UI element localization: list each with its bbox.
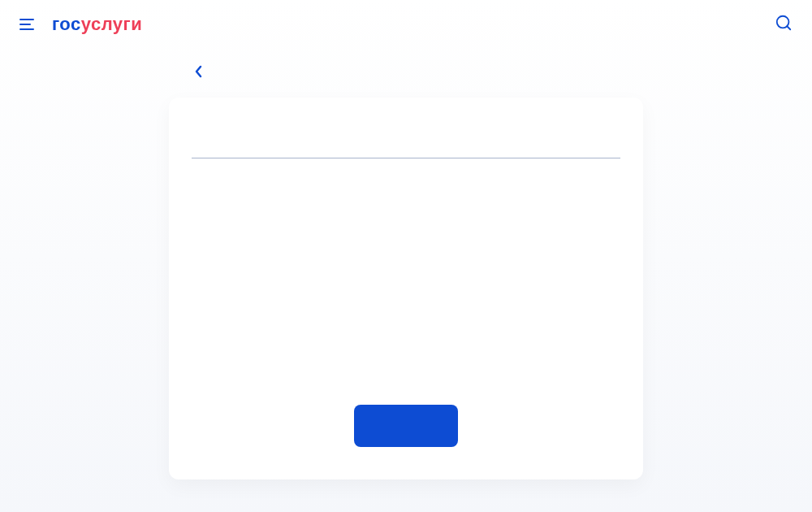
logo-part-2: услуги — [81, 14, 143, 34]
svg-line-1 — [787, 26, 790, 29]
back-button[interactable] — [195, 65, 203, 81]
card-spacer — [192, 175, 620, 405]
submit-button[interactable] — [354, 405, 458, 447]
menu-icon[interactable] — [19, 16, 36, 33]
input-underline[interactable] — [192, 158, 620, 158]
logo-part-1: гос — [52, 14, 81, 34]
search-icon[interactable] — [775, 14, 793, 35]
header-left: госуслуги — [19, 14, 142, 35]
header: госуслуги — [0, 0, 812, 49]
main-content — [0, 49, 812, 479]
form-card — [169, 98, 643, 479]
logo[interactable]: госуслуги — [52, 14, 142, 35]
